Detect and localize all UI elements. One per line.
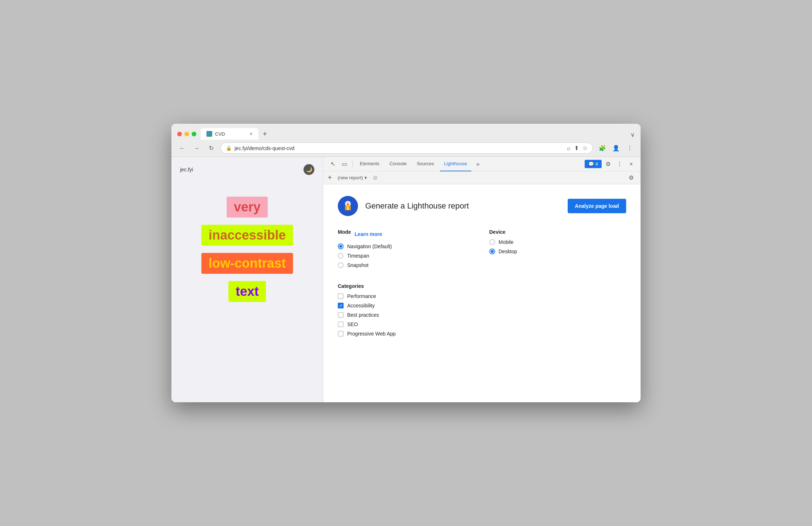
mode-title-row: Mode Learn more [338,229,475,239]
more-tabs-button[interactable]: » [473,159,483,169]
address-input-wrap[interactable]: 🔒 jec.fyi/demo/cds-quest-cvd ⌕ ⬆ ☆ [221,143,593,154]
badge-icon: 💬 [588,161,594,167]
mode-navigation-label: Navigation (Default) [347,244,392,249]
device-label: Device [489,229,627,235]
dropdown-icon: ▾ [364,175,367,180]
demo-word-low-contrast: low-contrast [201,253,293,274]
browser-window: CVD × + ∨ ← → ↻ 🔒 jec.fyi/demo/cds-quest… [171,124,641,402]
mode-navigation[interactable]: Navigation (Default) [338,244,475,249]
device-desktop-label: Desktop [499,249,517,254]
checkbox-pwa[interactable] [338,331,344,337]
add-report-button[interactable]: + [328,174,332,182]
tab-console[interactable]: Console [385,157,411,171]
lighthouse-logo [338,196,358,216]
category-pwa[interactable]: Progressive Web App [338,331,626,337]
badge-button[interactable]: 💬 4 [585,160,602,168]
radio-snapshot-circle[interactable] [338,262,344,268]
lighthouse-content: Generate a Lighthouse report Analyze pag… [323,184,641,402]
radio-desktop-dot [491,250,494,253]
radio-mobile-circle[interactable] [489,239,495,245]
address-bar: ← → ↻ 🔒 jec.fyi/demo/cds-quest-cvd ⌕ ⬆ ☆… [171,140,641,157]
mode-snapshot-label: Snapshot [347,262,368,268]
search-icon[interactable]: ⌕ [567,145,571,152]
extensions-button[interactable]: 🧩 [597,143,607,153]
demo-word-inaccessible: inaccessible [201,225,293,246]
learn-more-link[interactable]: Learn more [355,231,382,237]
active-tab[interactable]: CVD × [201,128,258,140]
tab-elements[interactable]: Elements [355,157,384,171]
category-performance-label: Performance [347,293,376,299]
devtools-settings-button[interactable]: ⚙ [603,159,613,169]
analyze-button[interactable]: Analyze page load [568,199,626,213]
back-button[interactable]: ← [177,143,187,153]
secondbar-settings-button[interactable]: ⚙ [626,173,636,183]
devtools-action-buttons: 💬 4 ⚙ ⋮ × [585,159,636,169]
title-bar: CVD × + ∨ [171,124,641,140]
radio-desktop-circle[interactable] [489,249,495,254]
main-area: jec.fyi 🌙 very inaccessible low-contrast… [171,157,641,402]
category-accessibility-label: Accessibility [347,303,375,308]
devtools-secondbar: + (new report) ▾ ⊘ ⚙ [323,171,641,184]
checkbox-performance[interactable] [338,293,344,299]
minimize-traffic-light[interactable] [184,132,189,136]
dark-mode-button[interactable]: 🌙 [304,164,314,175]
demo-content: very inaccessible low-contrast text [180,197,314,302]
lh-form-row: Mode Learn more Navigation (Default) Tim… [338,229,626,272]
mode-label: Mode [338,229,351,235]
report-placeholder: (new report) [338,175,363,180]
cursor-tool-button[interactable]: ↖ [328,159,338,169]
radio-timespan-circle[interactable] [338,253,344,259]
refresh-button[interactable]: ↻ [206,143,216,153]
share-icon[interactable]: ⬆ [574,145,579,152]
checkbox-seo[interactable] [338,321,344,327]
tab-chevron-button[interactable]: ∨ [630,131,635,138]
badge-count: 4 [595,161,598,167]
device-mobile[interactable]: Mobile [489,239,627,245]
devtools-close-button[interactable]: × [626,159,636,169]
word-very-text: very [234,200,261,214]
word-inaccessible-text: inaccessible [209,228,286,242]
profile-button[interactable]: 👤 [611,143,621,153]
menu-button[interactable]: ⋮ [625,143,635,153]
maximize-traffic-light[interactable] [192,132,196,136]
lock-icon: 🔒 [226,145,232,151]
report-selector[interactable]: (new report) ▾ [335,174,370,182]
radio-navigation-circle[interactable] [338,244,344,249]
demo-word-text: text [228,281,266,302]
browser-icons: 🧩 👤 ⋮ [597,143,635,153]
device-mobile-label: Mobile [499,239,514,245]
address-icons: ⌕ ⬆ ☆ [567,145,588,152]
tab-controls: ∨ [630,131,635,140]
tabs-row: CVD × + ∨ [201,128,635,140]
devtools-more-button[interactable]: ⋮ [615,159,625,169]
mode-snapshot[interactable]: Snapshot [338,262,475,268]
checkbox-accessibility[interactable]: ✓ [338,303,344,308]
device-tool-button[interactable]: ▭ [339,159,349,169]
tab-close-button[interactable]: × [250,131,253,137]
close-traffic-light[interactable] [177,132,182,136]
mode-timespan[interactable]: Timespan [338,253,475,259]
lighthouse-title: Generate a Lighthouse report [365,201,560,211]
category-seo[interactable]: SEO [338,321,626,327]
bookmark-icon[interactable]: ☆ [582,145,588,152]
checkbox-best-practices[interactable] [338,312,344,318]
mode-column: Mode Learn more Navigation (Default) Tim… [338,229,475,272]
devtools-topbar: ↖ ▭ Elements Console Sources Lighthouse … [323,157,641,171]
tab-sources[interactable]: Sources [412,157,438,171]
forward-button[interactable]: → [192,143,202,153]
category-performance[interactable]: Performance [338,293,626,299]
device-column: Device Mobile Desktop [489,229,627,272]
category-accessibility[interactable]: ✓ Accessibility [338,303,626,308]
new-tab-button[interactable]: + [260,128,270,140]
devtools-panel: ↖ ▭ Elements Console Sources Lighthouse … [323,157,641,402]
tab-lighthouse[interactable]: Lighthouse [440,157,472,171]
tab-favicon [206,131,212,137]
category-pwa-label: Progressive Web App [347,331,396,337]
categories-label: Categories [338,283,626,289]
block-icon: ⊘ [373,174,377,181]
category-best-practices[interactable]: Best practices [338,312,626,318]
svg-rect-4 [347,207,349,210]
device-desktop[interactable]: Desktop [489,249,627,254]
mode-timespan-label: Timespan [347,253,369,259]
check-mark: ✓ [339,303,342,308]
